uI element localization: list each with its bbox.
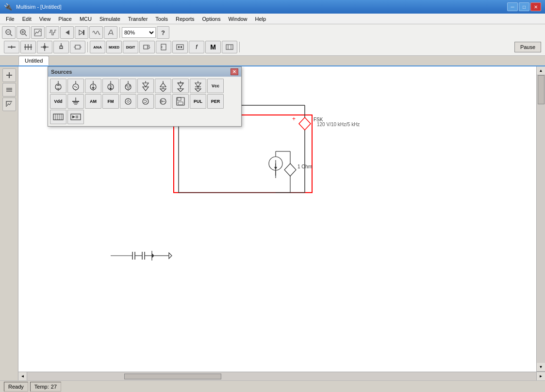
graph-button[interactable] — [31, 26, 45, 39]
clock-source[interactable] — [120, 79, 136, 93]
scroll-down-button[interactable]: ▼ — [537, 363, 545, 372]
src-diode2[interactable] — [137, 94, 154, 109]
scroll-up-button[interactable]: ▲ — [537, 66, 545, 75]
menu-mcu[interactable]: MCU — [76, 15, 96, 23]
svg-rect-27 — [144, 45, 148, 49]
pul-source-button[interactable]: PUL — [190, 94, 206, 109]
close-button[interactable]: ✕ — [530, 2, 541, 11]
arrow-left-button[interactable] — [60, 26, 74, 39]
src-diode1[interactable] — [120, 94, 136, 109]
menu-edit[interactable]: Edit — [18, 15, 35, 23]
svg-rect-33 — [177, 45, 183, 49]
svg-rect-34 — [178, 46, 180, 48]
status-temp: Temp: 27 — [30, 382, 61, 392]
am-source-button[interactable]: AM — [85, 94, 101, 109]
arrow-right-button[interactable] — [75, 26, 88, 39]
maximize-button[interactable]: □ — [519, 2, 529, 11]
ff-button[interactable] — [156, 41, 171, 53]
selection-rectangle — [174, 115, 312, 193]
fsk-plus-label: + — [292, 115, 296, 122]
dc-current-source[interactable] — [85, 79, 101, 93]
menu-window[interactable]: Window — [224, 15, 251, 23]
ground-source[interactable] — [67, 94, 84, 109]
mixed-button[interactable]: MIXED — [106, 41, 122, 53]
toolbar-row2: ANA MIXED DIGIT f M Pause — [2, 40, 543, 54]
temp-value: 27 — [51, 384, 57, 390]
bottom-scrollbar: ◄ ► — [18, 372, 545, 380]
hscroll-thumb[interactable] — [124, 374, 221, 379]
scroll-thumb[interactable] — [538, 75, 545, 104]
src-extra1[interactable] — [50, 110, 66, 124]
window-controls: ─ □ ✕ — [507, 2, 541, 11]
tab-untitled[interactable]: Untitled — [18, 56, 49, 65]
indicator-button[interactable] — [172, 41, 188, 53]
canvas-area[interactable]: + FSK 120 V/10 kHz/5 — [18, 66, 536, 372]
zoom-out-button[interactable] — [2, 26, 16, 39]
ac-current-source[interactable] — [102, 79, 119, 93]
menu-options[interactable]: Options — [198, 15, 225, 23]
menu-transfer[interactable]: Transfer — [124, 15, 152, 23]
no-connect-button[interactable] — [53, 41, 69, 53]
title-bar: 🔌 Multisim - [Untitled] ─ □ ✕ — [0, 0, 545, 14]
menu-help[interactable]: Help — [251, 15, 270, 23]
gate-button[interactable] — [139, 41, 155, 53]
pause-button[interactable]: Pause — [514, 42, 541, 52]
menu-simulate[interactable]: Simulate — [96, 15, 124, 23]
menu-place[interactable]: Place — [54, 15, 76, 23]
title-bar-text: Multisim - [Untitled] — [16, 4, 62, 10]
svg-marker-68 — [143, 83, 149, 87]
scroll-left-button[interactable]: ◄ — [18, 372, 27, 380]
menu-reports[interactable]: Reports — [172, 15, 198, 23]
misc-button[interactable] — [222, 41, 237, 53]
bipolar-ac2[interactable] — [190, 79, 206, 93]
sources-close-button[interactable]: ✕ — [231, 68, 238, 75]
fsk-annotation: 120 V/10 kHz/5 kHz — [317, 122, 360, 127]
left-tool-2[interactable] — [2, 83, 16, 97]
menu-tools[interactable]: Tools — [151, 15, 172, 23]
voltage-source-symbol — [284, 163, 296, 176]
func-button[interactable]: f — [189, 41, 204, 53]
sources-body: Vcc Vdd AM FM — [48, 77, 241, 126]
svg-marker-80 — [195, 83, 201, 87]
waveform-button[interactable] — [46, 26, 59, 39]
src-controlled[interactable] — [155, 94, 171, 109]
ac-voltage-source[interactable] — [67, 79, 84, 93]
component-button[interactable] — [70, 41, 85, 53]
zoom-select[interactable]: 80%50%75% 100%125%150%200% — [122, 27, 156, 38]
fsk-source-symbol — [299, 117, 311, 130]
content-area: Untitled — [0, 56, 545, 392]
junction-button[interactable] — [37, 41, 52, 53]
scroll-right-button[interactable]: ► — [536, 372, 545, 380]
wire-tool-button[interactable] — [20, 41, 36, 53]
src-extra2[interactable] — [67, 110, 84, 124]
svg-rect-24 — [75, 45, 80, 49]
svg-marker-71 — [160, 83, 166, 87]
sine-button[interactable] — [89, 26, 103, 39]
menu-bar: FileEditViewPlaceMCUSimulateTransferTool… — [0, 14, 545, 24]
minimize-button[interactable]: ─ — [507, 2, 518, 11]
vdd-button[interactable]: Vdd — [50, 94, 66, 109]
bipolar-dc2[interactable] — [172, 79, 189, 93]
select-tool-button[interactable] — [4, 41, 19, 53]
svg-rect-95 — [178, 102, 183, 105]
bipolar-dc1[interactable] — [137, 79, 154, 93]
zoom-in-button[interactable] — [17, 26, 30, 39]
left-tool-1[interactable] — [2, 68, 16, 82]
digit-button[interactable]: DIGIT — [123, 41, 138, 53]
fm-source-button[interactable]: FM — [102, 94, 119, 109]
meas-button[interactable]: M — [205, 41, 221, 53]
ana-button[interactable]: ANA — [90, 41, 105, 53]
src-floppy[interactable] — [172, 94, 189, 109]
sources-header: Sources ✕ — [48, 67, 241, 77]
menu-file[interactable]: File — [2, 15, 18, 23]
paint-button[interactable] — [104, 26, 117, 39]
left-tool-3[interactable] — [2, 98, 16, 111]
bipolar-ac1[interactable] — [155, 79, 171, 93]
per-source-button[interactable]: PER — [207, 94, 224, 109]
help-button[interactable]: ? — [157, 26, 169, 39]
menu-view[interactable]: View — [35, 15, 55, 23]
vcc-button[interactable]: Vcc — [207, 79, 224, 93]
dc-voltage-source[interactable] — [50, 79, 66, 93]
right-scrollbar: ▲ ▼ — [536, 66, 545, 372]
sep2 — [87, 42, 88, 52]
